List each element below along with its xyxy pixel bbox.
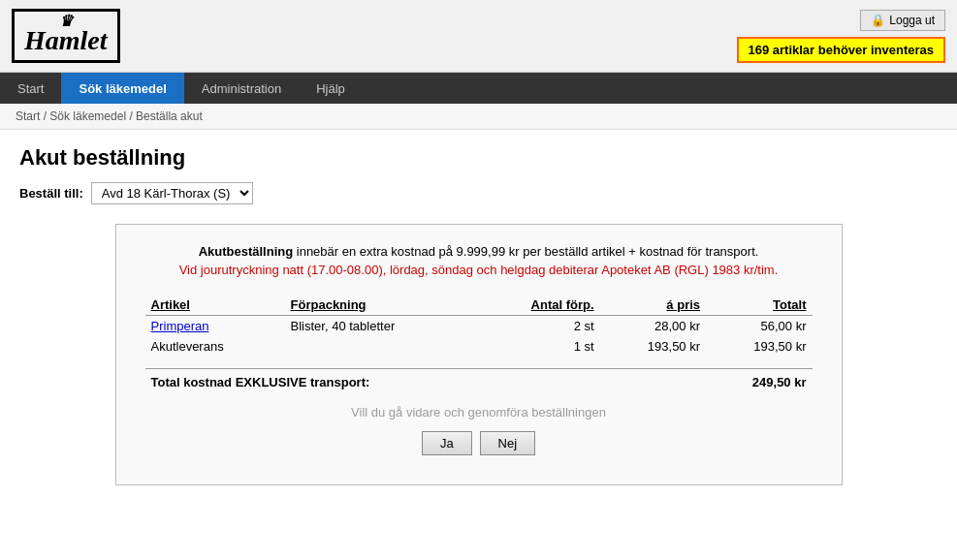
table-row: Primperan Blister, 40 tabletter 2 st 28,… — [145, 316, 813, 337]
total-label: Total kostnad EXKLUSIVE transport: — [151, 375, 370, 389]
info-text-1: Akutbeställning innebär en extra kostnad… — [145, 244, 813, 259]
nav-item-sok[interactable]: Sök läkemedel — [61, 73, 183, 104]
bestall-till-label: Beställ till: — [19, 186, 83, 201]
page-title: Akut beställning — [19, 145, 938, 171]
nav-item-help[interactable]: Hjälp — [299, 73, 363, 104]
info-text-2: Vid jourutryckning natt (17.00-08.00), l… — [145, 263, 813, 277]
total-value: 249,50 kr — [752, 375, 807, 389]
nav-bar: Start Sök läkemedel Administration Hjälp — [0, 73, 957, 104]
antal-cell: 2 st — [476, 316, 599, 337]
logo: ♛ Hamlet — [12, 9, 120, 63]
order-table: Artikel Förpackning Antal förp. á pris T… — [145, 295, 813, 357]
info-bold: Akutbeställning — [199, 244, 294, 259]
forpackning-cell — [285, 336, 477, 357]
top-right: 🔒 Logga ut 169 artiklar behöver inventer… — [737, 10, 946, 63]
table-row: Akutleverans 1 st 193,50 kr 193,50 kr — [145, 336, 813, 357]
col-header-forpackning: Förpackning — [285, 295, 477, 316]
antal-cell: 1 st — [476, 336, 599, 357]
col-header-apris: á pris — [600, 295, 706, 316]
lock-icon: 🔒 — [871, 14, 885, 27]
artikel-cell: Akutleverans — [145, 336, 285, 357]
confirm-text: Vill du gå vidare och genomföra beställn… — [145, 405, 813, 420]
order-box: Akutbeställning innebär en extra kostnad… — [115, 224, 843, 485]
no-button[interactable]: Nej — [480, 431, 536, 455]
totalt-cell: 193,50 kr — [706, 336, 812, 357]
apris-cell: 193,50 kr — [600, 336, 706, 357]
col-header-antal: Antal förp. — [476, 295, 599, 316]
totalt-cell: 56,00 kr — [706, 316, 812, 337]
col-header-artikel: Artikel — [145, 295, 285, 316]
logga-ut-label: Logga ut — [889, 14, 935, 27]
col-header-totalt: Totalt — [706, 295, 812, 316]
artikel-cell: Primperan — [145, 316, 285, 337]
info-rest: innebär en extra kostnad på 9.999,99 kr … — [293, 244, 758, 259]
total-row: Total kostnad EXKLUSIVE transport: 249,5… — [145, 368, 813, 389]
apris-cell: 28,00 kr — [600, 316, 706, 337]
artikel-link-primperan[interactable]: Primperan — [151, 319, 209, 333]
button-row: Ja Nej — [145, 431, 813, 455]
breadcrumb: Start / Sök läkemedel / Beställa akut — [0, 104, 957, 130]
alert-banner: 169 artiklar behöver inventeras — [737, 37, 946, 63]
nav-item-admin[interactable]: Administration — [184, 73, 299, 104]
logo-text: Hamlet — [24, 25, 108, 56]
logo-area: ♛ Hamlet — [12, 9, 120, 63]
nav-item-start[interactable]: Start — [0, 73, 61, 104]
bestall-till-row: Beställ till: Avd 18 Kärl-Thorax (S) — [19, 182, 938, 204]
yes-button[interactable]: Ja — [422, 431, 472, 455]
top-bar: ♛ Hamlet 🔒 Logga ut 169 artiklar behöver… — [0, 0, 957, 73]
forpackning-cell: Blister, 40 tabletter — [285, 316, 477, 337]
logga-ut-button[interactable]: 🔒 Logga ut — [860, 10, 945, 31]
bestall-till-select[interactable]: Avd 18 Kärl-Thorax (S) — [91, 182, 253, 204]
main-content: Akut beställning Beställ till: Avd 18 Kä… — [0, 130, 957, 560]
